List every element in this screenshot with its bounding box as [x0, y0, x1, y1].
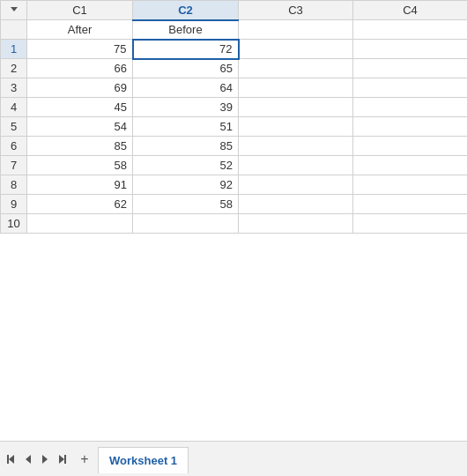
cell-c1-10[interactable]: [27, 214, 133, 234]
table-row[interactable]: 75852: [1, 156, 468, 175]
cell-c3-6[interactable]: [239, 137, 353, 156]
svg-marker-2: [9, 455, 14, 464]
table-row[interactable]: 68585: [1, 137, 468, 156]
col-header-c2[interactable]: C2: [133, 1, 239, 20]
add-sheet-button[interactable]: +: [75, 450, 94, 469]
cell-c4-4[interactable]: [353, 98, 468, 117]
cell-c4-8[interactable]: [353, 175, 468, 195]
cell-c3-9[interactable]: [239, 195, 353, 214]
cell-c1-4[interactable]: 45: [27, 98, 133, 117]
nav-prev-button[interactable]: [20, 451, 36, 467]
nav-first-icon: [5, 453, 18, 465]
cell-c2-3[interactable]: 64: [133, 78, 239, 98]
cell-c4-2[interactable]: [353, 59, 468, 78]
table-row[interactable]: 17572: [1, 40, 468, 59]
row-number-cell: 6: [1, 137, 27, 156]
nav-buttons: [4, 451, 70, 467]
cell-c2-5[interactable]: 51: [133, 117, 239, 137]
col-header-c4[interactable]: C4: [353, 1, 468, 20]
svg-rect-5: [64, 455, 66, 464]
corner-header: [1, 1, 27, 20]
svg-rect-1: [7, 455, 9, 464]
table-row[interactable]: 26665: [1, 59, 468, 78]
nav-prev-icon: [22, 453, 34, 465]
cell-c2-1[interactable]: 72: [133, 40, 239, 59]
sub-header-c4: [353, 20, 468, 40]
cell-c4-3[interactable]: [353, 78, 468, 98]
cell-c4-5[interactable]: [353, 117, 468, 137]
cell-c2-7[interactable]: 52: [133, 156, 239, 175]
table-row[interactable]: 96258: [1, 195, 468, 214]
nav-next-button[interactable]: [37, 451, 53, 467]
svg-marker-6: [59, 455, 64, 464]
sub-header-c1: After: [27, 20, 133, 40]
nav-last-icon: [56, 453, 68, 465]
row-number-cell: 3: [1, 78, 27, 98]
cell-c3-10[interactable]: [239, 214, 353, 234]
cell-c1-5[interactable]: 54: [27, 117, 133, 137]
column-header-row: C1 C2 C3 C4: [1, 1, 468, 20]
cell-c3-2[interactable]: [239, 59, 353, 78]
table-row[interactable]: 89192: [1, 175, 468, 195]
table-row[interactable]: 44539: [1, 98, 468, 117]
cell-c3-4[interactable]: [239, 98, 353, 117]
cell-c2-6[interactable]: 85: [133, 137, 239, 156]
nav-first-button[interactable]: [4, 451, 19, 467]
cell-c2-2[interactable]: 65: [133, 59, 239, 78]
sheet-tab-label: Worksheet 1: [109, 454, 177, 467]
table-row[interactable]: 36964: [1, 78, 468, 98]
cell-c1-9[interactable]: 62: [27, 195, 133, 214]
cell-c4-10[interactable]: [353, 214, 468, 234]
svg-marker-3: [26, 455, 31, 464]
cell-c4-1[interactable]: [353, 40, 468, 59]
table-row[interactable]: 10: [1, 214, 468, 234]
cell-c3-5[interactable]: [239, 117, 353, 137]
table-row[interactable]: 55451: [1, 117, 468, 137]
row-number-cell: 9: [1, 195, 27, 214]
corner-arrow-icon: [9, 4, 19, 14]
cell-c1-8[interactable]: 91: [27, 175, 133, 195]
row-number-cell: 2: [1, 59, 27, 78]
cell-c1-2[interactable]: 66: [27, 59, 133, 78]
cell-c3-8[interactable]: [239, 175, 353, 195]
sub-header-c3: [239, 20, 353, 40]
svg-marker-0: [11, 7, 18, 11]
cell-c4-7[interactable]: [353, 156, 468, 175]
cell-c4-9[interactable]: [353, 195, 468, 214]
cell-c1-7[interactable]: 58: [27, 156, 133, 175]
svg-marker-4: [42, 455, 48, 464]
sub-header-row: After Before: [1, 20, 468, 40]
cell-c1-6[interactable]: 85: [27, 137, 133, 156]
sheet-tab-worksheet1[interactable]: Worksheet 1: [98, 447, 189, 473]
row-number-cell: 4: [1, 98, 27, 117]
cell-c1-1[interactable]: 75: [27, 40, 133, 59]
row-number-cell: 7: [1, 156, 27, 175]
cell-c2-8[interactable]: 92: [133, 175, 239, 195]
row-number-cell: 8: [1, 175, 27, 195]
cell-c3-3[interactable]: [239, 78, 353, 98]
row-number-cell: 1: [1, 40, 27, 59]
cell-c4-6[interactable]: [353, 137, 468, 156]
col-header-c3[interactable]: C3: [239, 1, 353, 20]
table-body: 1757226665369644453955451685857585289192…: [1, 40, 468, 234]
nav-last-button[interactable]: [54, 451, 70, 467]
cell-c2-9[interactable]: 58: [133, 195, 239, 214]
col-header-c1[interactable]: C1: [27, 1, 133, 20]
cell-c3-7[interactable]: [239, 156, 353, 175]
tab-bar: + Worksheet 1: [0, 441, 467, 476]
data-table: C1 C2 C3 C4 After Before 175722666536964…: [0, 0, 467, 234]
sub-header-row-cell: [1, 20, 27, 40]
cell-c3-1[interactable]: [239, 40, 353, 59]
sub-header-c2: Before: [133, 20, 239, 40]
cell-c2-10[interactable]: [133, 214, 239, 234]
spreadsheet: C1 C2 C3 C4 After Before 175722666536964…: [0, 0, 467, 476]
cell-c2-4[interactable]: 39: [133, 98, 239, 117]
nav-next-icon: [39, 453, 51, 465]
grid-area: C1 C2 C3 C4 After Before 175722666536964…: [0, 0, 467, 441]
cell-c1-3[interactable]: 69: [27, 78, 133, 98]
row-number-cell: 5: [1, 117, 27, 137]
row-number-cell: 10: [1, 214, 27, 234]
